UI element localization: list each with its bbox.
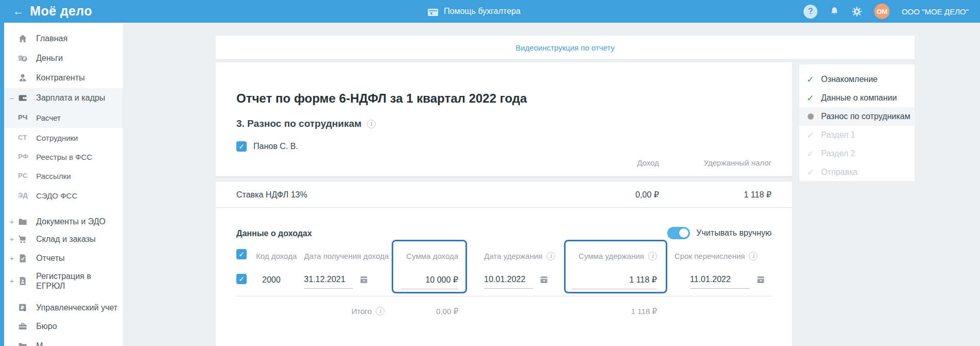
date-withheld-field[interactable]: 10.01.2022 bbox=[484, 275, 549, 289]
step-raznos-po-sotrudnikam[interactable]: Разнос по сотрудникам bbox=[799, 109, 914, 124]
app-logo[interactable]: Моё дело bbox=[30, 4, 92, 19]
video-instruction-link[interactable]: Видеоинструкция по отчету bbox=[516, 43, 615, 52]
employee-row[interactable]: ✓ Панов С. В. bbox=[236, 141, 298, 152]
col-header-date-withheld: Дата удержания i bbox=[484, 252, 555, 260]
avatar[interactable]: ОМ bbox=[874, 4, 890, 19]
svg-text:₽: ₽ bbox=[21, 305, 24, 310]
expand-indicator[interactable]: + bbox=[8, 276, 15, 285]
calendar-icon[interactable] bbox=[539, 275, 549, 284]
check-icon: ✓ bbox=[807, 167, 815, 178]
col-header-amount: Сумма дохода bbox=[406, 252, 458, 260]
ruble-doc-icon: ₽ bbox=[18, 303, 28, 313]
check-icon: ✓ bbox=[807, 149, 815, 159]
income-code-value[interactable]: 2000 bbox=[262, 275, 281, 285]
step-razdel-2: ✓ Раздел 2 bbox=[799, 146, 914, 161]
page-title: Отчет по форме 6-НДФЛ за 1 квартал 2022 … bbox=[236, 91, 527, 106]
calendar-icon[interactable] bbox=[359, 275, 368, 284]
section-title-row: 3. Разнос по сотрудникам i bbox=[236, 118, 376, 129]
row-checkbox[interactable]: ✓ bbox=[236, 274, 247, 284]
select-all-checkbox[interactable]: ✓ bbox=[236, 249, 247, 259]
tax-rate-income: 0,00 ₽ bbox=[635, 182, 659, 208]
date-received-field[interactable]: 31.12.2021 bbox=[304, 275, 368, 289]
col-header-code: Код дохода bbox=[256, 252, 297, 260]
info-icon[interactable]: i bbox=[547, 252, 555, 260]
document-person-icon bbox=[18, 276, 28, 286]
section-title: 3. Разнос по сотрудникам bbox=[236, 118, 362, 129]
sidebar-subitem-raschet[interactable]: РЧ Расчет bbox=[4, 108, 123, 127]
sidebar-subitem-sedo[interactable]: ЭД СЭДО ФСС bbox=[4, 186, 123, 205]
sidebar-item-clipped[interactable]: М bbox=[4, 336, 123, 346]
check-icon: ✓ bbox=[807, 74, 815, 85]
check-icon: ✓ bbox=[807, 93, 815, 104]
wizard-steps-panel: ✓ Ознакомление ✓ Данные о компании Разно… bbox=[799, 64, 914, 181]
company-name[interactable]: ООО "МОЕ ДЕЛО" bbox=[902, 7, 969, 16]
sidebar-subitem-sotrudniki[interactable]: СТ Сотрудники bbox=[4, 128, 123, 147]
folder-icon bbox=[18, 217, 28, 227]
info-icon[interactable]: i bbox=[376, 307, 384, 316]
total-withheld: 1 118 ₽ bbox=[631, 307, 657, 316]
table-divider bbox=[236, 296, 772, 296]
expand-indicator[interactable]: + bbox=[8, 235, 15, 243]
expand-indicator[interactable]: + bbox=[8, 254, 15, 262]
step-otpravka: ✓ Отправка bbox=[799, 165, 914, 179]
report-card-bottom: Ставка НДФЛ 13% 0,00 ₽ 1 118 ₽ Данные о … bbox=[216, 182, 792, 346]
collapse-indicator[interactable]: – bbox=[8, 93, 15, 102]
step-oznakomlenie[interactable]: ✓ Ознакомление bbox=[799, 72, 914, 87]
col-header-amount-withheld: Сумма удержания i bbox=[579, 252, 657, 260]
sidebar-item-upravlencheskiy[interactable]: ₽ Управленческий учет bbox=[4, 298, 123, 318]
column-header-withheld: Удержанный налог bbox=[704, 158, 772, 167]
col-header-due: Срок перечисления i bbox=[674, 252, 758, 260]
info-icon[interactable]: i bbox=[749, 252, 758, 260]
due-date-field[interactable]: 11.01.2022 bbox=[690, 275, 765, 289]
sidebar-item-byuro[interactable]: Бюро bbox=[4, 317, 123, 336]
bell-icon[interactable] bbox=[829, 6, 840, 17]
sidebar-item-dengi[interactable]: ₽ Деньги bbox=[4, 48, 123, 68]
amount-withheld-field[interactable]: 1 118 ₽ bbox=[572, 275, 657, 289]
briefcase-icon bbox=[18, 321, 28, 332]
wallet-icon bbox=[18, 93, 28, 103]
step-dannye-o-kompanii[interactable]: ✓ Данные о компании bbox=[799, 91, 914, 105]
money-icon: ₽ bbox=[18, 53, 28, 63]
sidebar: Главная ₽ Деньги Контрагенты – Зарплата … bbox=[4, 23, 123, 346]
current-step-dot-icon bbox=[808, 113, 814, 120]
sidebar-item-otchety[interactable]: + Отчеты bbox=[4, 249, 123, 268]
back-arrow-icon[interactable]: ← bbox=[12, 4, 24, 18]
accountant-help-label: Помощь бухгалтера bbox=[444, 7, 521, 16]
step-razdel-1: ✓ Раздел 1 bbox=[799, 128, 914, 142]
help-icon[interactable]: ? bbox=[804, 5, 817, 19]
tax-rate-row[interactable]: Ставка НДФЛ 13% 0,00 ₽ 1 118 ₽ bbox=[216, 182, 792, 208]
sidebar-item-registraciya[interactable]: + Регистрация в ЕГРЮЛ bbox=[4, 267, 123, 295]
check-icon: ✓ bbox=[807, 130, 815, 141]
home-icon bbox=[18, 34, 28, 44]
manual-toggle[interactable] bbox=[667, 227, 690, 239]
column-header-income: Доход bbox=[637, 158, 659, 167]
income-data-title: Данные о доходах bbox=[236, 229, 312, 238]
cart-icon bbox=[18, 234, 28, 244]
info-icon[interactable]: i bbox=[648, 252, 657, 260]
app-window: ← Моё дело Помощь бухгалтера ? ОМ ООО "М… bbox=[0, 0, 980, 346]
svg-text:₽: ₽ bbox=[23, 57, 26, 61]
sidebar-item-zarplata[interactable]: – Зарплата и кадры bbox=[4, 88, 123, 108]
employee-checkbox[interactable]: ✓ bbox=[236, 141, 247, 152]
total-income: 0,00 ₽ bbox=[436, 307, 458, 316]
info-icon[interactable]: i bbox=[367, 120, 376, 128]
sidebar-item-glavnaya[interactable]: Главная bbox=[4, 29, 123, 48]
sidebar-item-sklad[interactable]: + Склад и заказы bbox=[4, 229, 123, 249]
calendar-icon[interactable] bbox=[756, 275, 765, 284]
expand-indicator[interactable]: + bbox=[8, 217, 15, 226]
tax-rate-withheld: 1 118 ₽ bbox=[744, 182, 772, 208]
sidebar-subitem-rassylki[interactable]: РС Рассылки bbox=[4, 166, 123, 186]
sidebar-subitem-reestry[interactable]: РФ Реестры в ФСС bbox=[4, 147, 123, 167]
gear-icon[interactable] bbox=[852, 6, 862, 17]
total-row-label: Итого i bbox=[351, 307, 384, 316]
accountant-help-link[interactable]: Помощь бухгалтера bbox=[427, 0, 521, 23]
folder-icon bbox=[18, 341, 28, 346]
top-bar-right: ? ОМ ООО "МОЕ ДЕЛО" bbox=[804, 0, 969, 23]
col-header-date-received: Дата получения дохода bbox=[304, 252, 389, 260]
sidebar-item-kontragenty[interactable]: Контрагенты bbox=[4, 68, 123, 88]
cash-case-icon bbox=[427, 7, 439, 17]
person-icon bbox=[18, 73, 28, 83]
left-edge-strip bbox=[0, 0, 4, 346]
sidebar-item-dokumenty[interactable]: + Документы и ЭДО bbox=[4, 212, 123, 232]
amount-field[interactable]: 10 000 ₽ bbox=[400, 275, 458, 289]
